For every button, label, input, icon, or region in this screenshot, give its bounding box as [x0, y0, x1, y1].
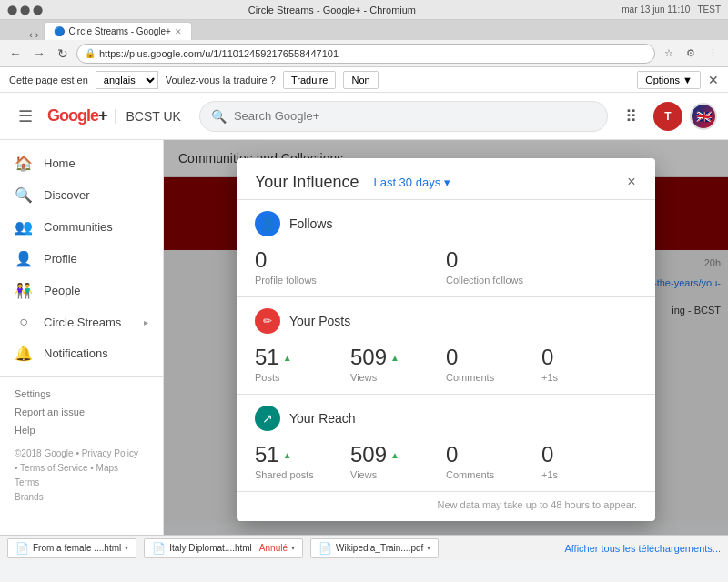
search-icon: 🔍	[211, 109, 227, 124]
sidebar: 🏠 Home 🔍 Discover 👥 Communities 👤 Profil…	[0, 140, 164, 535]
follows-section: 👤 Follows 0 Profile follows 0	[237, 200, 655, 297]
sidebar-divider	[0, 376, 163, 377]
apps-grid-button[interactable]: ⠿	[615, 101, 646, 132]
download-chevron-1[interactable]: ▾	[125, 544, 128, 552]
address-bar[interactable]: 🔒 https://plus.google.com/u/1/1101245921…	[76, 44, 655, 64]
sidebar-item-profile[interactable]: 👤 Profile	[0, 243, 163, 275]
search-input[interactable]	[234, 109, 596, 123]
close-translation-button[interactable]: ✕	[708, 73, 719, 87]
sidebar-label-profile: Profile	[44, 252, 148, 266]
bookmark-btn[interactable]: ☆	[659, 44, 679, 64]
profile-follows-stat: 0 Profile follows	[255, 247, 446, 286]
circle-streams-icon: ○	[15, 314, 33, 330]
help-link[interactable]: Help	[0, 421, 163, 439]
main-content: Communities and Collections 20h -the-yea…	[164, 140, 728, 535]
reach-views-label: Views	[350, 469, 446, 480]
reach-section-header: ↗ Your Reach	[255, 406, 637, 431]
extensions-btn[interactable]: ⚙	[681, 44, 701, 64]
collection-follows-value: 0	[446, 247, 458, 273]
show-all-downloads[interactable]: Afficher tous les téléchargements...	[564, 543, 721, 554]
sidebar-item-circle-streams[interactable]: ○ Circle Streams ▸	[0, 306, 163, 337]
collection-follows-stat: 0 Collection follows	[446, 247, 637, 286]
modal-period-selector[interactable]: Last 30 days ▾	[373, 176, 450, 189]
download-item-1[interactable]: 📄 From a female ....html ▾	[7, 538, 136, 558]
gplus-header: ☰ Google+ BCST UK 🔍 ⠿ T 🇬🇧	[0, 93, 728, 140]
reach-stats: 51 ▲ Shared posts 509 ▲ Views	[255, 442, 637, 480]
settings-link[interactable]: Settings	[0, 385, 163, 403]
tab-nav-icons[interactable]: ‹ ›	[29, 29, 38, 40]
posts-section-header: ✏ Your Posts	[255, 308, 637, 334]
download-chevron-2[interactable]: ▾	[291, 544, 295, 552]
url-text: https://plus.google.com/u/1/110124592176…	[99, 48, 339, 59]
reach-comments-stat: 0 Comments	[446, 442, 541, 480]
language-select[interactable]: anglais français	[96, 71, 158, 89]
reach-views-trend: ▲	[390, 450, 399, 460]
people-icon: 👫	[15, 282, 33, 299]
download-label-2: Italy Diplomat....html	[169, 543, 252, 553]
browser-titlebar: ⬤ ⬤ ⬤ Circle Streams - Google+ - Chromiu…	[0, 0, 728, 20]
gplus-logo: Google+	[47, 106, 107, 125]
system-tray: mar 13 jun 11:10 TEST	[622, 5, 721, 15]
reload-button[interactable]: ↻	[53, 44, 73, 64]
browser-toolbar: ← → ↻ 🔒 https://plus.google.com/u/1/1101…	[0, 40, 728, 67]
active-tab[interactable]: 🔵 Circle Streams - Google+ ✕	[44, 22, 192, 40]
sidebar-item-notifications[interactable]: 🔔 Notifications	[0, 337, 163, 369]
sidebar-label-circle-streams: Circle Streams	[44, 316, 133, 329]
menu-btn[interactable]: ⋮	[703, 44, 723, 64]
tab-close-btn[interactable]: ✕	[175, 27, 182, 36]
user-avatar[interactable]: T	[653, 102, 682, 131]
modal-close-button[interactable]: ×	[619, 169, 644, 195]
download-item-3[interactable]: 📄 Wikipedia_Train....pdf ▾	[310, 538, 439, 558]
sidebar-item-discover[interactable]: 🔍 Discover	[0, 179, 163, 211]
reach-icon: ↗	[255, 406, 280, 431]
sidebar-label-people: People	[44, 284, 148, 297]
download-bar: 📄 From a female ....html ▾ 📄 Italy Diplo…	[0, 535, 728, 560]
download-chevron-3[interactable]: ▾	[427, 544, 430, 552]
flag-avatar[interactable]: 🇬🇧	[690, 103, 717, 130]
posts-plusones-value-row: 0	[541, 345, 637, 370]
collection-follows-label: Collection follows	[446, 275, 637, 286]
gplus-header-wrapper: ☰ Google+ BCST UK 🔍 ⠿ T 🇬🇧	[0, 93, 728, 140]
posts-count-value: 51	[255, 345, 279, 370]
tab-label: Circle Streams - Google+	[68, 26, 171, 36]
sidebar-item-people[interactable]: 👫 People	[0, 275, 163, 306]
reach-shared-trend: ▲	[283, 450, 292, 460]
os-window-controls: ⬤ ⬤ ⬤	[7, 5, 43, 15]
notifications-icon: 🔔	[15, 345, 33, 362]
profile-follows-value-row: 0	[255, 247, 446, 273]
hamburger-menu[interactable]: ☰	[11, 102, 40, 131]
modal-footer: New data may take up to 48 hours to appe…	[237, 492, 655, 521]
sidebar-label-discover: Discover	[44, 188, 148, 202]
forward-button[interactable]: →	[29, 44, 49, 64]
back-button[interactable]: ←	[5, 44, 25, 64]
browser-title: Circle Streams - Google+ - Chromium	[43, 5, 622, 15]
no-translate-button[interactable]: Non	[343, 71, 378, 89]
sidebar-label-notifications: Notifications	[44, 346, 148, 360]
download-status-2: Annulé	[259, 543, 288, 553]
period-label: Last 30 days	[373, 176, 440, 189]
reach-section: ↗ Your Reach 51 ▲ Shared posts	[237, 395, 655, 492]
download-label-1: From a female ....html	[33, 543, 121, 553]
posts-count-stat: 51 ▲ Posts	[255, 345, 350, 383]
sidebar-item-home[interactable]: 🏠 Home	[0, 147, 163, 179]
report-link[interactable]: Report an issue	[0, 403, 163, 421]
download-item-2[interactable]: 📄 Italy Diplomat....html Annulé ▾	[144, 538, 303, 558]
modal-overlay: Your Influence Last 30 days ▾ × 👤 Follow…	[164, 140, 728, 535]
sidebar-item-communities[interactable]: 👥 Communities	[0, 211, 163, 243]
translate-button[interactable]: Traduire	[283, 71, 337, 89]
profile-follows-label: Profile follows	[255, 275, 446, 286]
options-button[interactable]: Options ▼	[637, 71, 701, 89]
translation-text: Cette page est en	[9, 75, 88, 85]
translation-prompt: Voulez-vous la traduire ?	[166, 75, 276, 85]
posts-views-value: 509	[350, 345, 387, 370]
posts-section: ✏ Your Posts 51 ▲ Posts	[237, 297, 655, 395]
app-layout: ☰ Google+ BCST UK 🔍 ⠿ T 🇬🇧 🏠 Home 🔍 Disc	[0, 93, 728, 535]
communities-icon: 👥	[15, 218, 33, 236]
reach-plusones-value: 0	[541, 442, 553, 467]
search-box[interactable]: 🔍	[199, 101, 608, 132]
posts-views-stat: 509 ▲ Views	[350, 345, 446, 383]
user-initial: T	[664, 110, 671, 123]
browser-tabs-bar: ‹ › 🔵 Circle Streams - Google+ ✕	[0, 20, 728, 40]
posts-count-label: Posts	[255, 372, 350, 383]
download-icon-2: 📄	[152, 542, 166, 555]
